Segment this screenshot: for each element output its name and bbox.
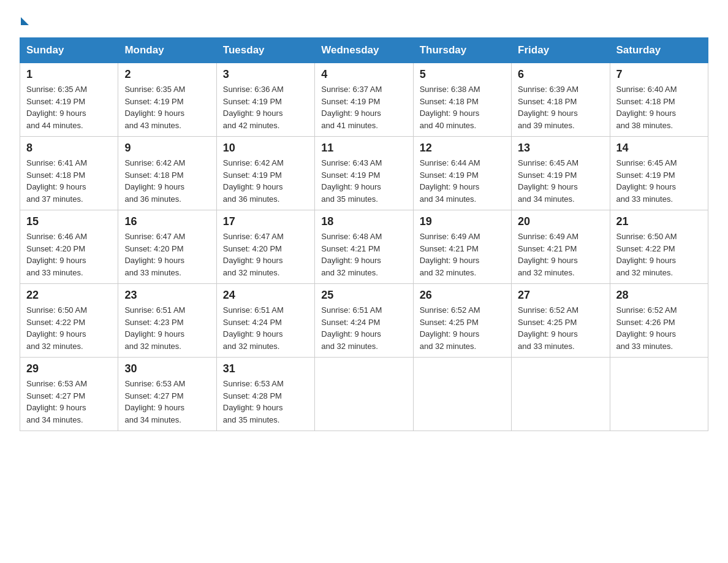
day-number: 2 — [124, 68, 210, 81]
calendar-cell: 16 Sunrise: 6:47 AM Sunset: 4:20 PM Dayl… — [118, 210, 216, 284]
calendar-cell: 2 Sunrise: 6:35 AM Sunset: 4:19 PM Dayli… — [118, 63, 216, 137]
day-number: 23 — [124, 289, 210, 302]
day-info: Sunrise: 6:39 AM Sunset: 4:18 PM Dayligh… — [518, 83, 603, 131]
weekday-header-row: SundayMondayTuesdayWednesdayThursdayFrid… — [20, 38, 708, 63]
weekday-header-sunday: Sunday — [20, 38, 118, 63]
day-number: 3 — [223, 68, 308, 81]
page-header — [20, 15, 708, 25]
day-info: Sunrise: 6:43 AM Sunset: 4:19 PM Dayligh… — [321, 157, 406, 205]
day-info: Sunrise: 6:45 AM Sunset: 4:19 PM Dayligh… — [616, 157, 702, 205]
weekday-header-monday: Monday — [118, 38, 216, 63]
calendar-cell: 7 Sunrise: 6:40 AM Sunset: 4:18 PM Dayli… — [610, 63, 708, 137]
calendar-table: SundayMondayTuesdayWednesdayThursdayFrid… — [20, 37, 708, 431]
calendar-cell: 3 Sunrise: 6:36 AM Sunset: 4:19 PM Dayli… — [216, 63, 314, 137]
day-info: Sunrise: 6:45 AM Sunset: 4:19 PM Dayligh… — [518, 157, 603, 205]
day-info: Sunrise: 6:50 AM Sunset: 4:22 PM Dayligh… — [616, 231, 702, 278]
logo — [20, 15, 29, 25]
day-number: 30 — [124, 362, 210, 375]
calendar-cell: 22 Sunrise: 6:50 AM Sunset: 4:22 PM Dayl… — [20, 284, 118, 358]
day-info: Sunrise: 6:44 AM Sunset: 4:19 PM Dayligh… — [420, 157, 505, 205]
day-number: 7 — [616, 68, 702, 81]
day-info: Sunrise: 6:49 AM Sunset: 4:21 PM Dayligh… — [420, 231, 505, 278]
day-number: 29 — [26, 362, 112, 375]
day-info: Sunrise: 6:46 AM Sunset: 4:20 PM Dayligh… — [26, 231, 112, 278]
day-number: 22 — [26, 289, 112, 302]
calendar-week-4: 22 Sunrise: 6:50 AM Sunset: 4:22 PM Dayl… — [20, 284, 708, 358]
calendar-cell: 20 Sunrise: 6:49 AM Sunset: 4:21 PM Dayl… — [512, 210, 610, 284]
day-info: Sunrise: 6:49 AM Sunset: 4:21 PM Dayligh… — [518, 231, 603, 278]
day-info: Sunrise: 6:52 AM Sunset: 4:25 PM Dayligh… — [420, 304, 505, 352]
calendar-cell: 17 Sunrise: 6:47 AM Sunset: 4:20 PM Dayl… — [216, 210, 314, 284]
calendar-cell: 26 Sunrise: 6:52 AM Sunset: 4:25 PM Dayl… — [413, 284, 511, 358]
day-number: 25 — [321, 289, 406, 302]
calendar-cell — [512, 358, 610, 431]
calendar-cell: 14 Sunrise: 6:45 AM Sunset: 4:19 PM Dayl… — [610, 137, 708, 210]
calendar-cell: 19 Sunrise: 6:49 AM Sunset: 4:21 PM Dayl… — [413, 210, 511, 284]
day-info: Sunrise: 6:40 AM Sunset: 4:18 PM Dayligh… — [616, 83, 702, 131]
day-number: 18 — [321, 215, 406, 228]
day-info: Sunrise: 6:42 AM Sunset: 4:19 PM Dayligh… — [223, 157, 308, 205]
weekday-header-tuesday: Tuesday — [216, 38, 314, 63]
day-number: 10 — [223, 142, 308, 155]
day-number: 5 — [420, 68, 505, 81]
day-number: 31 — [223, 362, 308, 375]
day-number: 4 — [321, 68, 406, 81]
calendar-cell: 25 Sunrise: 6:51 AM Sunset: 4:24 PM Dayl… — [315, 284, 413, 358]
day-number: 27 — [518, 289, 603, 302]
day-info: Sunrise: 6:53 AM Sunset: 4:28 PM Dayligh… — [223, 378, 308, 426]
day-number: 24 — [223, 289, 308, 302]
day-info: Sunrise: 6:53 AM Sunset: 4:27 PM Dayligh… — [26, 378, 112, 426]
calendar-cell: 11 Sunrise: 6:43 AM Sunset: 4:19 PM Dayl… — [315, 137, 413, 210]
day-info: Sunrise: 6:41 AM Sunset: 4:18 PM Dayligh… — [26, 157, 112, 205]
day-info: Sunrise: 6:51 AM Sunset: 4:23 PM Dayligh… — [124, 304, 210, 352]
weekday-header-thursday: Thursday — [413, 38, 511, 63]
day-number: 15 — [26, 215, 112, 228]
calendar-cell: 31 Sunrise: 6:53 AM Sunset: 4:28 PM Dayl… — [216, 358, 314, 431]
day-number: 17 — [223, 215, 308, 228]
day-info: Sunrise: 6:47 AM Sunset: 4:20 PM Dayligh… — [223, 231, 308, 278]
day-info: Sunrise: 6:38 AM Sunset: 4:18 PM Dayligh… — [420, 83, 505, 131]
weekday-header-saturday: Saturday — [610, 38, 708, 63]
weekday-header-friday: Friday — [512, 38, 610, 63]
day-info: Sunrise: 6:48 AM Sunset: 4:21 PM Dayligh… — [321, 231, 406, 278]
day-info: Sunrise: 6:52 AM Sunset: 4:26 PM Dayligh… — [616, 304, 702, 352]
day-info: Sunrise: 6:35 AM Sunset: 4:19 PM Dayligh… — [124, 83, 210, 131]
day-number: 8 — [26, 142, 112, 155]
day-info: Sunrise: 6:37 AM Sunset: 4:19 PM Dayligh… — [321, 83, 406, 131]
logo-triangle-icon — [21, 17, 29, 25]
calendar-cell: 23 Sunrise: 6:51 AM Sunset: 4:23 PM Dayl… — [118, 284, 216, 358]
day-number: 19 — [420, 215, 505, 228]
calendar-week-2: 8 Sunrise: 6:41 AM Sunset: 4:18 PM Dayli… — [20, 137, 708, 210]
calendar-week-5: 29 Sunrise: 6:53 AM Sunset: 4:27 PM Dayl… — [20, 358, 708, 431]
calendar-week-3: 15 Sunrise: 6:46 AM Sunset: 4:20 PM Dayl… — [20, 210, 708, 284]
day-number: 20 — [518, 215, 603, 228]
day-info: Sunrise: 6:52 AM Sunset: 4:25 PM Dayligh… — [518, 304, 603, 352]
calendar-cell: 21 Sunrise: 6:50 AM Sunset: 4:22 PM Dayl… — [610, 210, 708, 284]
day-number: 6 — [518, 68, 603, 81]
day-number: 11 — [321, 142, 406, 155]
calendar-cell: 28 Sunrise: 6:52 AM Sunset: 4:26 PM Dayl… — [610, 284, 708, 358]
day-number: 12 — [420, 142, 505, 155]
calendar-week-1: 1 Sunrise: 6:35 AM Sunset: 4:19 PM Dayli… — [20, 63, 708, 137]
calendar-cell: 29 Sunrise: 6:53 AM Sunset: 4:27 PM Dayl… — [20, 358, 118, 431]
day-number: 1 — [26, 68, 112, 81]
day-number: 9 — [124, 142, 210, 155]
day-info: Sunrise: 6:47 AM Sunset: 4:20 PM Dayligh… — [124, 231, 210, 278]
day-info: Sunrise: 6:42 AM Sunset: 4:18 PM Dayligh… — [124, 157, 210, 205]
calendar-cell: 12 Sunrise: 6:44 AM Sunset: 4:19 PM Dayl… — [413, 137, 511, 210]
day-info: Sunrise: 6:50 AM Sunset: 4:22 PM Dayligh… — [26, 304, 112, 352]
day-info: Sunrise: 6:35 AM Sunset: 4:19 PM Dayligh… — [26, 83, 112, 131]
calendar-cell: 1 Sunrise: 6:35 AM Sunset: 4:19 PM Dayli… — [20, 63, 118, 137]
calendar-cell: 5 Sunrise: 6:38 AM Sunset: 4:18 PM Dayli… — [413, 63, 511, 137]
calendar-cell — [413, 358, 511, 431]
day-number: 28 — [616, 289, 702, 302]
day-info: Sunrise: 6:51 AM Sunset: 4:24 PM Dayligh… — [321, 304, 406, 352]
day-number: 26 — [420, 289, 505, 302]
day-info: Sunrise: 6:51 AM Sunset: 4:24 PM Dayligh… — [223, 304, 308, 352]
calendar-cell: 24 Sunrise: 6:51 AM Sunset: 4:24 PM Dayl… — [216, 284, 314, 358]
day-number: 13 — [518, 142, 603, 155]
calendar-cell: 30 Sunrise: 6:53 AM Sunset: 4:27 PM Dayl… — [118, 358, 216, 431]
calendar-cell: 15 Sunrise: 6:46 AM Sunset: 4:20 PM Dayl… — [20, 210, 118, 284]
calendar-cell: 18 Sunrise: 6:48 AM Sunset: 4:21 PM Dayl… — [315, 210, 413, 284]
calendar-cell: 13 Sunrise: 6:45 AM Sunset: 4:19 PM Dayl… — [512, 137, 610, 210]
